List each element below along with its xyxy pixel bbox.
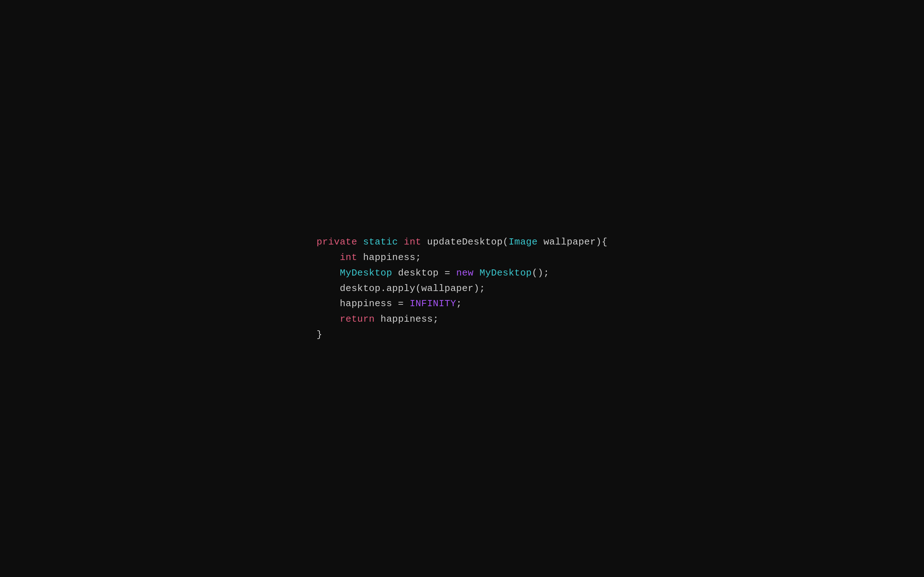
code-line-line4: desktop.apply(wallpaper); <box>317 281 607 297</box>
code-token: private <box>317 237 357 247</box>
code-token: happiness; <box>375 314 439 324</box>
code-line-line1: private static int updateDesktop(Image w… <box>317 234 607 250</box>
code-token: desktop.apply(wallpaper); <box>317 283 485 294</box>
code-line-line2: int happiness; <box>317 250 607 266</box>
code-token <box>473 268 479 279</box>
code-token <box>398 237 404 247</box>
code-token <box>317 252 340 263</box>
code-token: happiness; <box>357 252 421 263</box>
code-token <box>357 237 363 247</box>
code-token: MyDesktop <box>479 268 531 279</box>
code-line-line7: } <box>317 327 607 343</box>
code-token: int <box>404 237 421 247</box>
code-token <box>317 268 340 279</box>
code-token: int <box>340 252 357 263</box>
code-token: new <box>456 268 473 279</box>
code-line-line6: return happiness; <box>317 311 607 327</box>
code-token: ; <box>456 298 462 309</box>
code-token: happiness = <box>317 298 410 309</box>
code-token: desktop = <box>393 268 456 279</box>
code-token: } <box>317 329 322 340</box>
code-token: wallpaper){ <box>538 237 607 247</box>
code-line-line3: MyDesktop desktop = new MyDesktop(); <box>317 266 607 281</box>
code-token: static <box>363 237 398 247</box>
code-token <box>317 314 340 324</box>
code-token: return <box>340 314 375 324</box>
code-token: updateDesktop( <box>421 237 509 247</box>
code-block: private static int updateDesktop(Image w… <box>317 234 607 343</box>
code-token: (); <box>531 268 549 279</box>
code-line-line5: happiness = INFINITY; <box>317 296 607 311</box>
code-token: MyDesktop <box>340 268 392 279</box>
code-token: INFINITY <box>410 298 456 309</box>
code-token: Image <box>509 237 538 247</box>
